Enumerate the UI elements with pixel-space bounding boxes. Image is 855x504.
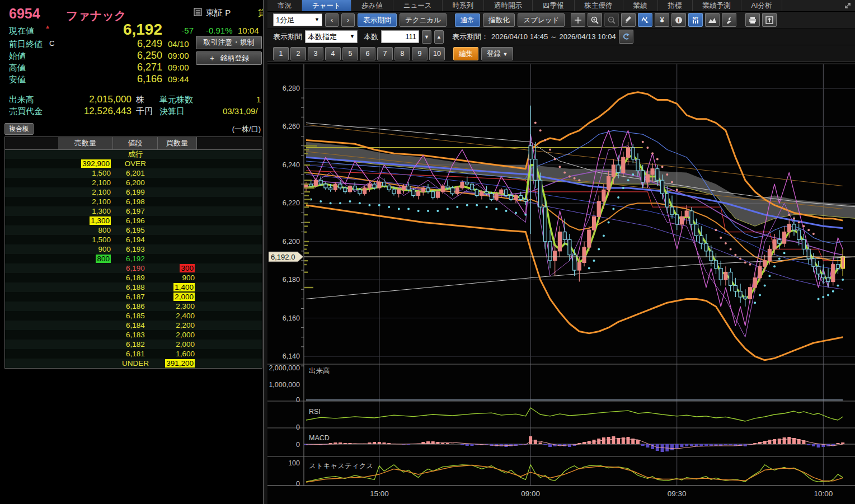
spread-button[interactable]: スプレッド bbox=[518, 13, 565, 27]
draw-pencil-icon[interactable] bbox=[621, 13, 636, 27]
preset-5-button[interactable]: 5 bbox=[342, 47, 358, 60]
buy-qty-cell[interactable]: 900 bbox=[158, 273, 197, 282]
tab-indicators[interactable]: 指標 bbox=[658, 0, 693, 11]
sell-qty-cell[interactable]: 2,100 bbox=[58, 187, 113, 197]
buy-qty-cell[interactable] bbox=[158, 159, 197, 168]
price-cell[interactable]: 6,194 bbox=[113, 235, 158, 244]
sell-qty-cell[interactable]: 800 bbox=[58, 225, 113, 235]
preset-1-button[interactable]: 1 bbox=[273, 47, 289, 60]
sell-qty-cell[interactable]: 1,300 bbox=[58, 216, 113, 225]
sell-qty-cell[interactable] bbox=[58, 273, 113, 282]
order-book-row[interactable]: 800 6,192 bbox=[5, 254, 262, 263]
price-cell[interactable]: 6,181 bbox=[113, 349, 158, 359]
sell-qty-cell[interactable]: 1,500 bbox=[58, 168, 113, 178]
count-down-button[interactable]: ▼ bbox=[422, 30, 431, 44]
indexed-button[interactable]: 指数化 bbox=[483, 13, 515, 27]
tab-market[interactable]: 市況 bbox=[267, 0, 302, 11]
order-book-row[interactable]: 6,185 2,400 bbox=[5, 311, 262, 321]
edit-button[interactable]: 編集 bbox=[453, 47, 478, 60]
buy-qty-cell[interactable]: 1,600 bbox=[158, 349, 197, 359]
order-book-row[interactable]: 392,900 OVER bbox=[5, 159, 262, 168]
order-book-row[interactable]: 6,183 2,000 bbox=[5, 330, 262, 340]
sell-qty-cell[interactable]: 800 bbox=[58, 254, 113, 263]
sell-qty-cell[interactable]: 900 bbox=[58, 244, 113, 254]
preset-10-button[interactable]: 10 bbox=[429, 47, 445, 60]
reset-period-icon[interactable] bbox=[619, 30, 633, 44]
sell-qty-cell[interactable] bbox=[58, 263, 113, 273]
order-book-row[interactable]: 6,190 300 bbox=[5, 263, 262, 273]
tab-shikiho[interactable]: 四季報 bbox=[533, 0, 575, 11]
print-icon[interactable] bbox=[745, 13, 760, 27]
price-cell[interactable]: OVER bbox=[113, 159, 158, 168]
buy-qty-cell[interactable]: 300 bbox=[158, 263, 197, 273]
order-book-row[interactable]: 2,100 6,200 bbox=[5, 178, 262, 187]
expand-icon[interactable] bbox=[844, 2, 852, 10]
price-cell[interactable]: UNDER bbox=[113, 359, 158, 368]
buy-qty-cell[interactable] bbox=[158, 178, 197, 187]
price-cell[interactable]: 6,198 bbox=[113, 197, 158, 206]
tab-benefit[interactable]: 株主優待 bbox=[575, 0, 623, 11]
order-book-row[interactable]: 1,300 6,197 bbox=[5, 206, 262, 216]
sell-qty-cell[interactable]: 2,100 bbox=[58, 178, 113, 187]
order-book-row[interactable]: 6,187 2,000 bbox=[5, 292, 262, 302]
tab-chart[interactable]: チャート bbox=[302, 0, 351, 11]
trendline-cursor-icon[interactable] bbox=[638, 13, 652, 27]
order-book-row[interactable]: UNDER 391,200 bbox=[5, 359, 262, 368]
price-cell[interactable]: 6,201 bbox=[113, 168, 158, 178]
count-input[interactable]: 111 bbox=[381, 30, 419, 43]
price-cell[interactable]: 6,199 bbox=[113, 187, 158, 197]
next-button[interactable]: › bbox=[341, 13, 355, 27]
preset-6-button[interactable]: 6 bbox=[360, 47, 375, 60]
sell-qty-cell[interactable] bbox=[58, 321, 113, 330]
price-cell[interactable]: 6,184 bbox=[113, 321, 158, 330]
tab-disclosure[interactable]: 適時開示 bbox=[484, 0, 533, 11]
sell-qty-cell[interactable] bbox=[58, 282, 113, 292]
preset-8-button[interactable]: 8 bbox=[394, 47, 410, 60]
buy-qty-cell[interactable] bbox=[158, 187, 197, 197]
buy-qty-cell[interactable]: 2,000 bbox=[158, 292, 197, 302]
order-book-row[interactable]: 1,500 6,201 bbox=[5, 168, 262, 178]
sell-qty-cell[interactable]: 1,300 bbox=[58, 206, 113, 216]
prev-button[interactable]: ‹ bbox=[325, 13, 339, 27]
tab-results[interactable]: 業績 bbox=[623, 0, 658, 11]
buy-qty-cell[interactable]: 2,000 bbox=[158, 330, 197, 340]
preset-3-button[interactable]: 3 bbox=[308, 47, 323, 60]
price-cell[interactable]: 6,192 bbox=[113, 254, 158, 263]
buy-qty-cell[interactable] bbox=[158, 225, 197, 235]
buy-qty-cell[interactable]: 391,200 bbox=[158, 359, 197, 368]
popout-icon[interactable] bbox=[762, 13, 777, 27]
buy-qty-cell[interactable] bbox=[158, 235, 197, 244]
price-cell[interactable]: 6,196 bbox=[113, 216, 158, 225]
order-book-row[interactable]: 6,189 900 bbox=[5, 273, 262, 282]
sell-qty-cell[interactable] bbox=[58, 311, 113, 321]
sell-qty-cell[interactable]: 392,900 bbox=[58, 159, 113, 168]
zoom-in-icon[interactable] bbox=[588, 13, 602, 27]
tab-ai[interactable]: AI分析 bbox=[741, 0, 783, 11]
buy-qty-cell[interactable] bbox=[158, 197, 197, 206]
price-cell[interactable]: 6,190 bbox=[113, 263, 158, 273]
sell-qty-cell[interactable] bbox=[58, 349, 113, 359]
sell-qty-cell[interactable] bbox=[58, 359, 113, 368]
sell-qty-cell[interactable]: 1,500 bbox=[58, 235, 113, 244]
timeframe-select[interactable]: 1分足▼ bbox=[273, 13, 322, 26]
sell-qty-cell[interactable] bbox=[58, 292, 113, 302]
price-cell[interactable]: 6,189 bbox=[113, 273, 158, 282]
buy-qty-cell[interactable]: 2,300 bbox=[158, 302, 197, 311]
add-watchlist-button[interactable]: ＋銘柄登録 bbox=[196, 51, 262, 65]
price-chart[interactable]: 6,192.06,2806,2606,2406,2206,2006,1806,1… bbox=[267, 62, 855, 504]
buy-qty-cell[interactable] bbox=[158, 206, 197, 216]
buy-qty-cell[interactable] bbox=[158, 168, 197, 178]
buy-qty-cell[interactable]: 2,400 bbox=[158, 311, 197, 321]
sell-qty-cell[interactable]: 2,100 bbox=[58, 197, 113, 206]
sell-qty-cell[interactable] bbox=[58, 302, 113, 311]
count-up-button[interactable]: ▲ bbox=[434, 30, 444, 44]
register-button[interactable]: 登録 ▼ bbox=[481, 47, 513, 60]
technical-button[interactable]: テクニカル bbox=[400, 13, 447, 27]
price-cell[interactable]: 6,197 bbox=[113, 206, 158, 216]
sell-qty-cell[interactable] bbox=[58, 340, 113, 349]
buy-qty-cell[interactable] bbox=[158, 216, 197, 225]
composite-board-button[interactable]: 複合板 bbox=[4, 123, 34, 135]
order-book-row[interactable]: 6,182 2,000 bbox=[5, 340, 262, 349]
buy-qty-cell[interactable] bbox=[158, 149, 197, 159]
buy-qty-cell[interactable]: 1,400 bbox=[158, 282, 197, 292]
